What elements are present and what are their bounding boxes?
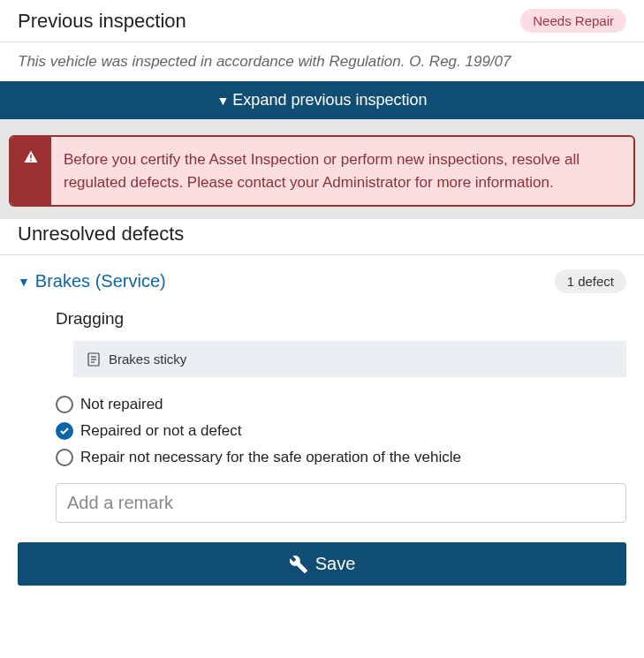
status-badge: Needs Repair	[520, 9, 626, 33]
chevron-down-icon: ▼	[18, 275, 30, 289]
alert-box: Before you certify the Asset Inspection …	[9, 135, 635, 207]
alert-icon-box	[11, 137, 51, 205]
radio-option-not-necessary[interactable]: Repair not necessary for the safe operat…	[56, 444, 626, 471]
expand-button-label: Expand previous inspection	[232, 91, 427, 110]
unresolved-defects-title: Unresolved defects	[18, 223, 626, 246]
previous-inspection-title: Previous inspection	[18, 10, 186, 33]
save-button[interactable]: Save	[18, 542, 626, 586]
save-button-label: Save	[315, 554, 356, 574]
radio-label: Repair not necessary for the safe operat…	[80, 449, 461, 466]
compliance-statement: This vehicle was inspected in accordance…	[0, 42, 644, 81]
svg-rect-0	[30, 155, 32, 159]
remark-input[interactable]	[56, 483, 626, 523]
alert-wrapper: Before you certify the Asset Inspection …	[0, 119, 644, 219]
radio-icon	[56, 449, 73, 466]
radio-icon-selected	[56, 422, 73, 440]
previous-inspection-section: Previous inspection Needs Repair This ve…	[0, 0, 644, 119]
check-icon	[59, 426, 70, 436]
radio-option-not-repaired[interactable]: Not repaired	[56, 391, 626, 418]
defect-category-name: Brakes (Service)	[35, 271, 166, 291]
unresolved-defects-header: Unresolved defects	[0, 219, 644, 255]
svg-rect-1	[30, 160, 32, 162]
defect-item-title: Dragging	[56, 309, 626, 329]
chevron-down-icon: ▼	[217, 94, 230, 108]
radio-label: Repaired or not a defect	[80, 422, 241, 440]
previous-inspection-header: Previous inspection Needs Repair	[0, 0, 644, 42]
radio-icon	[56, 396, 73, 413]
defect-item: Dragging Brakes sticky Not repaired	[18, 300, 626, 523]
defect-category-toggle[interactable]: ▼ Brakes (Service) 1 defect	[18, 269, 626, 300]
defect-category-left: ▼ Brakes (Service)	[18, 271, 166, 291]
warning-icon	[23, 149, 39, 165]
defect-note: Brakes sticky	[73, 341, 626, 377]
repair-status-radio-group: Not repaired Repaired or not a defect Re…	[56, 391, 626, 471]
radio-label: Not repaired	[80, 396, 163, 413]
document-icon	[87, 352, 100, 367]
expand-previous-inspection-button[interactable]: ▼ Expand previous inspection	[0, 81, 644, 119]
alert-message: Before you certify the Asset Inspection …	[51, 137, 633, 205]
defect-count-badge: 1 defect	[555, 269, 626, 293]
defect-note-text: Brakes sticky	[109, 352, 186, 367]
defect-section: ▼ Brakes (Service) 1 defect Dragging Bra…	[0, 255, 644, 523]
radio-option-repaired[interactable]: Repaired or not a defect	[56, 418, 626, 444]
wrench-icon	[289, 555, 308, 574]
